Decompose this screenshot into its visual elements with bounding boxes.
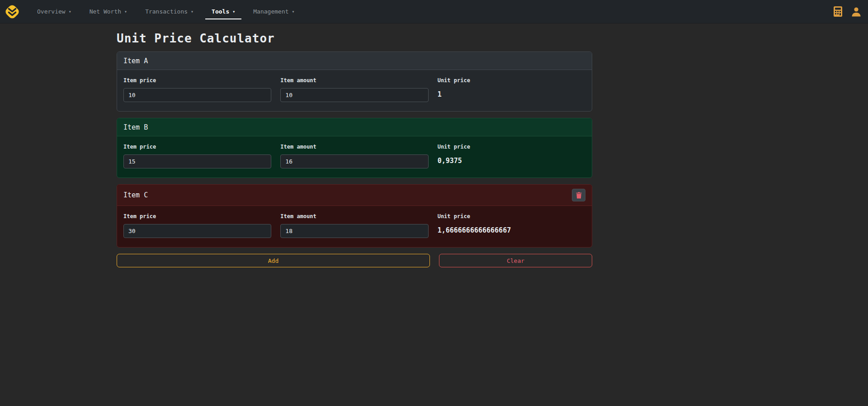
item-card-title: Item B (123, 123, 148, 131)
item-card-b-body: Item price Item amount Unit price 0,9375 (117, 136, 592, 177)
item-card-title: Item A (123, 57, 148, 65)
item-card-a: Item A Item price Item amount Unit price… (117, 51, 592, 112)
delete-item-button[interactable] (572, 189, 585, 201)
chevron-down-icon: ▾ (69, 9, 71, 14)
nav-item-label: Net Worth (90, 8, 121, 15)
item-price-field: Item price (123, 77, 271, 102)
unit-price-field: Unit price 0,9375 (438, 144, 585, 168)
nav-item-label: Management (253, 8, 288, 15)
actions-row: Add Clear (117, 254, 592, 267)
item-price-input[interactable] (123, 88, 271, 102)
nav-item-label: Tools (212, 8, 229, 15)
unit-price-value: 0,9375 (438, 154, 585, 165)
unit-price-label: Unit price (438, 77, 585, 84)
item-amount-field: Item amount (280, 213, 428, 238)
nav-menu: Overview ▾ Net Worth ▾ Transactions ▾ To… (28, 0, 304, 23)
unit-price-value: 1 (438, 88, 585, 98)
calculator-button[interactable] (833, 6, 843, 17)
user-profile-button[interactable] (851, 6, 862, 17)
navbar-right (833, 6, 862, 17)
nav-item-tools[interactable]: Tools ▾ (205, 4, 241, 19)
item-amount-field: Item amount (280, 144, 428, 168)
nav-item-net-worth[interactable]: Net Worth ▾ (83, 4, 133, 19)
item-amount-label: Item amount (280, 77, 428, 84)
chevron-down-icon: ▾ (292, 9, 295, 14)
nav-item-management[interactable]: Management ▾ (247, 4, 301, 19)
item-card-b-header: Item B (117, 118, 592, 136)
unit-price-label: Unit price (438, 144, 585, 150)
main-content: Unit Price Calculator Item A Item price … (117, 32, 592, 267)
item-card-c-body: Item price Item amount Unit price 1,6666… (117, 206, 592, 247)
item-card-b: Item B Item price Item amount Unit price… (117, 118, 592, 178)
item-amount-input[interactable] (280, 154, 428, 168)
item-card-a-body: Item price Item amount Unit price 1 (117, 70, 592, 111)
unit-price-label: Unit price (438, 213, 585, 219)
top-navbar: Overview ▾ Net Worth ▾ Transactions ▾ To… (0, 0, 868, 23)
calculator-icon (833, 6, 843, 17)
page-title: Unit Price Calculator (117, 32, 592, 45)
item-card-c: Item C Item price Item amount Unit price… (117, 184, 592, 247)
logo-icon (4, 3, 21, 20)
item-price-field: Item price (123, 213, 271, 238)
item-price-label: Item price (123, 213, 271, 219)
unit-price-field: Unit price 1 (438, 77, 585, 102)
trash-icon (576, 192, 582, 199)
item-amount-input[interactable] (280, 224, 428, 238)
app-logo[interactable] (4, 3, 21, 20)
item-amount-label: Item amount (280, 213, 428, 219)
nav-item-overview[interactable]: Overview ▾ (31, 4, 78, 19)
chevron-down-icon: ▾ (124, 9, 127, 14)
item-amount-label: Item amount (280, 144, 428, 150)
unit-price-field: Unit price 1,6666666666666667 (438, 213, 585, 238)
unit-price-value: 1,6666666666666667 (438, 224, 585, 234)
add-button[interactable]: Add (117, 254, 430, 267)
nav-item-transactions[interactable]: Transactions ▾ (139, 4, 200, 19)
nav-item-label: Transactions (145, 8, 188, 15)
item-card-title: Item C (123, 191, 148, 199)
item-price-field: Item price (123, 144, 271, 168)
item-amount-input[interactable] (280, 88, 428, 102)
user-icon (851, 6, 862, 17)
chevron-down-icon: ▾ (191, 9, 193, 14)
nav-item-label: Overview (37, 8, 66, 15)
item-price-label: Item price (123, 144, 271, 150)
item-card-a-header: Item A (117, 52, 592, 70)
item-amount-field: Item amount (280, 77, 428, 102)
item-price-input[interactable] (123, 154, 271, 168)
item-card-c-header: Item C (117, 185, 592, 206)
item-price-label: Item price (123, 77, 271, 84)
item-price-input[interactable] (123, 224, 271, 238)
chevron-down-icon: ▾ (232, 9, 235, 14)
clear-button[interactable]: Clear (439, 254, 592, 267)
